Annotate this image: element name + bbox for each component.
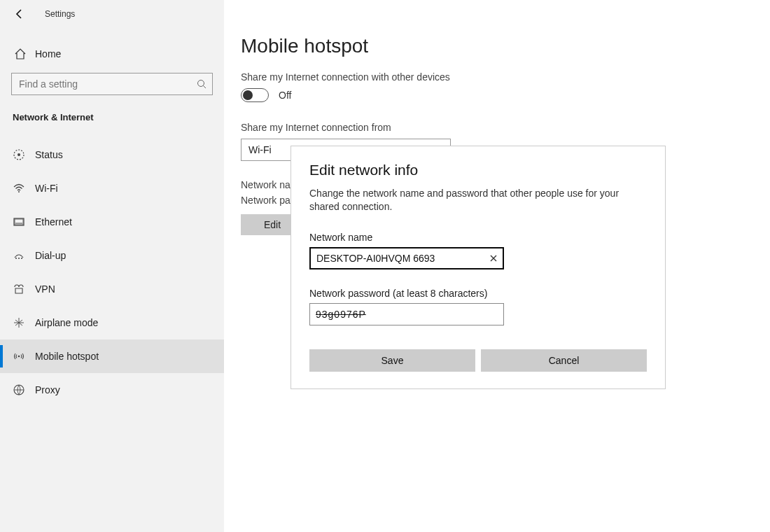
search-input[interactable] <box>12 74 212 94</box>
airplane-icon <box>13 316 25 329</box>
sidebar-group-label: Network & Internet <box>0 104 224 130</box>
share-from-label: Share my Internet connection from <box>241 122 770 133</box>
network-password-input[interactable] <box>316 309 498 320</box>
sidebar-item-label: Status <box>35 149 63 160</box>
search-input-wrap[interactable] <box>11 73 213 95</box>
sidebar-nav: Status Wi-Fi Ethernet Dial-up <box>0 138 224 407</box>
wifi-icon <box>13 182 25 195</box>
network-password-input-wrap[interactable] <box>309 303 504 326</box>
svg-point-8 <box>21 258 22 259</box>
svg-point-0 <box>198 80 204 87</box>
network-name-input-wrap[interactable] <box>309 247 504 270</box>
svg-point-2 <box>18 153 20 156</box>
share-toggle[interactable] <box>241 88 269 102</box>
clear-input-icon[interactable] <box>489 253 498 263</box>
dialog-description: Change the network name and password tha… <box>309 187 647 214</box>
sidebar-item-label: Wi-Fi <box>35 183 58 194</box>
sidebar-item-label: Mobile hotspot <box>35 351 99 362</box>
dialup-icon <box>13 249 25 262</box>
svg-rect-4 <box>14 218 24 225</box>
share-toggle-state: Off <box>279 90 291 101</box>
hotspot-icon <box>13 350 25 363</box>
status-icon <box>13 148 25 161</box>
sidebar-item-ethernet[interactable]: Ethernet <box>0 205 224 239</box>
sidebar-item-status[interactable]: Status <box>0 138 224 172</box>
svg-point-7 <box>18 258 20 259</box>
network-password-label: Network password (at least 8 characters) <box>309 288 647 299</box>
app-title: Settings <box>45 9 75 19</box>
sidebar-item-wifi[interactable]: Wi-Fi <box>0 172 224 205</box>
sidebar-item-label: Airplane mode <box>35 317 98 328</box>
dialog-title: Edit network info <box>309 162 647 178</box>
home-icon <box>14 48 27 60</box>
svg-point-3 <box>18 191 20 192</box>
share-from-value: Wi-Fi <box>248 144 272 155</box>
sidebar-item-vpn[interactable]: VPN <box>0 272 224 306</box>
sidebar-item-proxy[interactable]: Proxy <box>0 373 224 407</box>
share-toggle-label: Share my Internet connection with other … <box>241 71 770 83</box>
vpn-icon <box>13 283 25 295</box>
page-title: Mobile hotspot <box>241 35 770 57</box>
network-name-input[interactable] <box>316 253 489 264</box>
sidebar-item-label: VPN <box>35 284 55 295</box>
svg-point-6 <box>15 258 17 259</box>
sidebar: Settings Home Network & Internet Stat <box>0 0 224 532</box>
sidebar-item-label: Proxy <box>35 384 60 396</box>
sidebar-home-label: Home <box>35 48 61 59</box>
sidebar-item-label: Ethernet <box>35 216 72 227</box>
svg-point-9 <box>18 356 20 358</box>
save-button[interactable]: Save <box>309 349 475 372</box>
globe-icon <box>13 384 25 396</box>
network-name-label: Network name <box>309 232 647 243</box>
sidebar-item-hotspot[interactable]: Mobile hotspot <box>0 340 224 373</box>
back-arrow-icon[interactable] <box>14 8 25 20</box>
cancel-button[interactable]: Cancel <box>481 349 647 372</box>
sidebar-item-airplane[interactable]: Airplane mode <box>0 306 224 340</box>
sidebar-home[interactable]: Home <box>0 41 224 67</box>
search-icon <box>197 79 206 89</box>
edit-network-dialog: Edit network info Change the network nam… <box>290 146 666 389</box>
ethernet-icon <box>13 216 25 228</box>
sidebar-item-dialup[interactable]: Dial-up <box>0 239 224 272</box>
sidebar-item-label: Dial-up <box>35 250 66 261</box>
